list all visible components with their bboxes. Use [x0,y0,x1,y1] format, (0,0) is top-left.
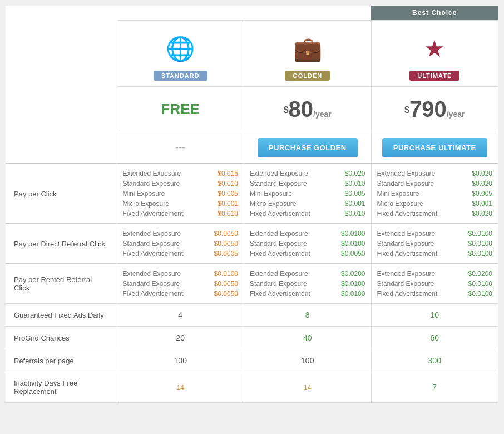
sub-row: Standard Exposure $0.0050 [123,279,239,289]
simple-label-3: Inactivity Days Free Replacement [6,372,117,403]
section-golden-2: Extended Exposure $0.0200 Standard Expos… [244,264,372,304]
sub-row: Micro Exposure $0.001 [377,199,493,209]
simple-ultimate-1: 60 [371,327,498,349]
sub-row: Mini Exposure $0.005 [377,189,493,199]
section-standard-0: Extended Exposure $0.015 Standard Exposu… [117,164,244,224]
sub-row: Standard Exposure $0.020 [377,179,493,189]
simple-feature-row-2: Referrals per page100100300 [6,349,498,372]
simple-ultimate-3: 7 [371,372,498,403]
sub-row: Standard Exposure $0.010 [123,179,239,189]
sub-row: Extended Exposure $0.0050 [123,229,239,239]
simple-label-2: Referrals per page [6,349,117,372]
standard-badge: STANDARD [154,71,207,81]
section-ultimate-0: Extended Exposure $0.020 Standard Exposu… [371,164,498,224]
best-choice-row: Best Choice [6,6,498,21]
standard-icon: 🌐 [164,32,197,65]
section-label-0: Pay per Click [6,164,117,224]
best-choice-banner: Best Choice [371,6,498,20]
sub-row: Standard Exposure $0.0100 [377,239,493,249]
simple-label-1: ProGrid Chances [6,327,117,349]
section-row-1: Pay per Direct Referral Click Extended E… [6,224,498,264]
sub-row: Fixed Advertisement $0.020 [377,209,493,219]
section-ultimate-2: Extended Exposure $0.0200 Standard Expos… [371,264,498,304]
purchase-row: --- PURCHASE GOLDEN PURCHASE ULTIMATE [6,132,498,164]
simple-golden-0: 8 [244,304,372,327]
sub-row: Micro Exposure $0.001 [250,199,365,209]
purchase-golden-button[interactable]: PURCHASE GOLDEN [258,138,358,157]
section-golden-1: Extended Exposure $0.0100 Standard Expos… [244,224,372,264]
sub-row: Extended Exposure $0.015 [123,169,239,179]
simple-label-0: Guaranteed Fixed Ads Daily [6,304,117,327]
sub-row: Extended Exposure $0.020 [377,169,493,179]
simple-standard-3: 14 [117,372,244,403]
golden-purchase-cell: PURCHASE GOLDEN [244,132,372,164]
simple-golden-3: 14 [244,372,372,403]
simple-golden-2: 100 [244,349,372,372]
sub-row: Fixed Advertisement $0.0100 [250,289,365,299]
simple-ultimate-2: 300 [371,349,498,372]
sub-row: Standard Exposure $0.010 [250,179,365,189]
ultimate-purchase-cell: PURCHASE ULTIMATE [371,132,498,164]
golden-plan-header: 💼 GOLDEN [244,21,372,87]
section-label-2: Pay per Rented Referral Click [6,264,117,304]
sub-row: Standard Exposure $0.0100 [250,279,365,289]
sub-row: Fixed Advertisement $0.0100 [377,249,493,259]
section-golden-0: Extended Exposure $0.020 Standard Exposu… [244,164,372,224]
purchase-ultimate-button[interactable]: PURCHASE ULTIMATE [382,138,487,157]
section-standard-2: Extended Exposure $0.0100 Standard Expos… [117,264,244,304]
simple-standard-0: 4 [117,304,244,327]
section-ultimate-1: Extended Exposure $0.0100 Standard Expos… [371,224,498,264]
sub-row: Standard Exposure $0.0050 [123,239,239,249]
simple-ultimate-0: 10 [371,304,498,327]
ultimate-badge: ULTIMATE [409,71,459,81]
sub-row: Extended Exposure $0.020 [250,169,365,179]
sub-row: Fixed Advertisement $0.0005 [123,249,239,259]
standard-price: FREE [117,87,244,132]
standard-purchase: --- [117,132,244,164]
standard-plan-header: 🌐 STANDARD [117,21,244,87]
sub-row: Fixed Advertisement $0.010 [123,209,239,219]
sub-row: Extended Exposure $0.0100 [250,229,365,239]
section-label-1: Pay per Direct Referral Click [6,224,117,264]
section-row-2: Pay per Rented Referral Click Extended E… [6,264,498,304]
sub-row: Fixed Advertisement $0.0050 [123,289,239,299]
section-row-0: Pay per Click Extended Exposure $0.015 S… [6,164,498,224]
sub-row: Standard Exposure $0.0100 [377,279,493,289]
simple-feature-row-0: Guaranteed Fixed Ads Daily4810 [6,304,498,327]
sub-row: Mini Exposure $0.005 [123,189,239,199]
sub-row: Fixed Advertisement $0.0050 [250,249,365,259]
simple-standard-2: 100 [117,349,244,372]
ultimate-icon: ★ [418,32,451,65]
sub-row: Micro Exposure $0.001 [123,199,239,209]
golden-price: $80/year [244,87,372,132]
ultimate-plan-header: ★ ULTIMATE [371,21,498,87]
simple-feature-row-1: ProGrid Chances204060 [6,327,498,349]
golden-badge: GOLDEN [285,71,330,81]
ultimate-price: $790/year [371,87,498,132]
simple-standard-1: 20 [117,327,244,349]
simple-golden-1: 40 [244,327,372,349]
sub-row: Mini Exposure $0.005 [250,189,365,199]
simple-feature-row-3: Inactivity Days Free Replacement14147 [6,372,498,403]
sub-row: Fixed Advertisement $0.0100 [377,289,493,299]
sub-row: Extended Exposure $0.0100 [123,269,239,279]
plan-header-row: 🌐 STANDARD 💼 GOLDEN ★ ULTIMATE [6,21,498,87]
golden-icon: 💼 [291,32,324,65]
price-row: FREE $80/year $790/year [6,87,498,132]
section-standard-1: Extended Exposure $0.0050 Standard Expos… [117,224,244,264]
sub-row: Fixed Advertisement $0.010 [250,209,365,219]
sub-row: Extended Exposure $0.0100 [377,229,493,239]
sub-row: Extended Exposure $0.0200 [377,269,493,279]
sub-row: Standard Exposure $0.0100 [250,239,365,249]
sub-row: Extended Exposure $0.0200 [250,269,365,279]
